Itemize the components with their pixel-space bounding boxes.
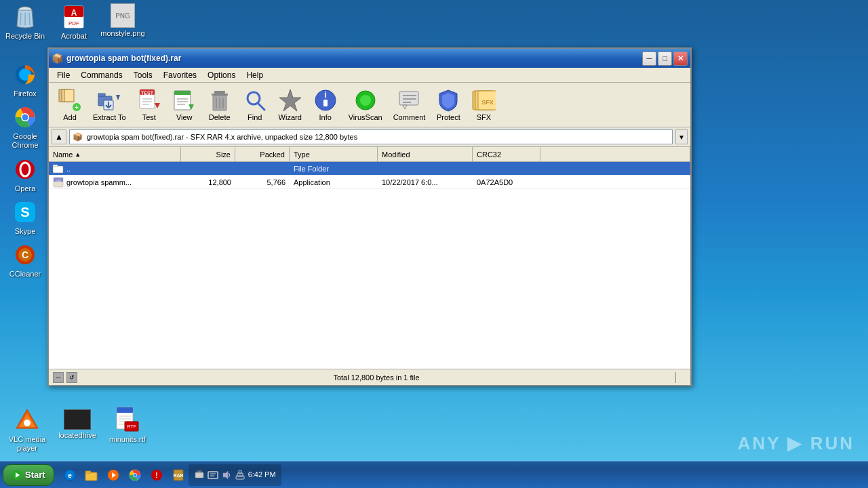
taskbar-media[interactable] <box>103 465 123 485</box>
col-header-crc[interactable]: CRC32 <box>473 147 540 161</box>
clock-time: 6:42 PM <box>248 470 276 479</box>
desktop-icon-firefox[interactable]: Firefox <box>3 61 47 98</box>
col-header-modified[interactable]: Modified <box>378 147 473 161</box>
tool-add[interactable]: + Add <box>53 85 87 124</box>
virusscan-label: VirusScan <box>349 113 382 121</box>
acrobat-label: Acrobat <box>61 32 87 41</box>
svg-rect-68 <box>399 92 418 105</box>
svg-rect-77 <box>53 166 63 173</box>
file-name: growtopia spamm... <box>66 178 132 186</box>
extract-label: Extract To <box>93 113 126 121</box>
desktop-icon-monstyle[interactable]: PNG monstyle.png <box>101 3 144 41</box>
file-list-header: Name ▲ Size Packed Type Modified CRC32 <box>49 147 690 162</box>
resize-grip[interactable] <box>675 372 682 383</box>
col-header-type[interactable]: Type <box>290 147 378 161</box>
taskbar-folder[interactable] <box>81 465 102 485</box>
taskbar-winrar[interactable]: RAR <box>168 465 189 485</box>
tool-sfx[interactable]: SFX SFX <box>467 85 500 124</box>
address-dropdown[interactable]: ▼ <box>675 129 688 144</box>
col-header-packed[interactable]: Packed <box>235 147 290 161</box>
tool-extract[interactable]: Extract To <box>88 85 131 124</box>
col-header-size[interactable]: Size <box>181 147 235 161</box>
svg-text:A: A <box>71 8 77 18</box>
desktop: Recycle Bin A PDF Acrobat PNG monstyle.p… <box>0 0 868 488</box>
tool-test[interactable]: TEST Test <box>132 85 166 124</box>
svg-rect-86 <box>117 407 133 413</box>
chrome-label: Google Chrome <box>3 132 47 150</box>
menu-options[interactable]: Options <box>202 69 241 81</box>
info-label: Info <box>319 113 332 121</box>
file-type: Application <box>290 178 378 186</box>
ccleaner-label: CCleaner <box>9 270 41 279</box>
col-header-name[interactable]: Name ▲ <box>49 147 181 161</box>
recycle-bin-label: Recycle Bin <box>5 32 45 41</box>
status-icon-2[interactable]: ↺ <box>66 372 77 383</box>
file-list-container[interactable]: Name ▲ Size Packed Type Modified CRC32 <box>49 147 690 369</box>
tool-wizard[interactable]: Wizard <box>273 85 307 124</box>
tool-find[interactable]: Find <box>238 85 272 124</box>
anyrun-text: ANY ▶ RUN <box>738 433 854 454</box>
svg-rect-46 <box>214 91 225 94</box>
svg-point-103 <box>133 473 136 476</box>
menu-commands[interactable]: Commands <box>75 69 127 81</box>
status-text: Total 12,800 bytes in 1 file <box>77 373 675 382</box>
taskbar-antivirus[interactable]: ! <box>146 465 167 485</box>
svg-marker-114 <box>223 471 228 479</box>
parent-folder-name: .. <box>66 165 71 173</box>
svg-point-13 <box>22 115 28 121</box>
desktop-icon-skype[interactable]: S Skype <box>3 199 47 236</box>
maximize-button[interactable]: □ <box>658 52 672 66</box>
tool-comment[interactable]: Comment <box>389 85 431 124</box>
svg-rect-111 <box>208 472 218 479</box>
status-bar: ─ ↺ Total 12,800 bytes in 1 file <box>49 369 690 385</box>
status-right <box>675 372 686 383</box>
status-icon-1[interactable]: ─ <box>53 372 64 383</box>
taskbar: Start e <box>0 461 868 488</box>
desktop-icon-chrome[interactable]: Google Chrome <box>3 104 47 150</box>
taskbar-ie[interactable]: e <box>60 465 80 485</box>
file-crc: 0A72A5D0 <box>473 178 540 186</box>
start-button[interactable]: Start <box>3 464 54 486</box>
virusscan-icon <box>353 88 378 113</box>
table-row[interactable]: .. File Folder <box>49 162 690 176</box>
desktop-icon-locatedhive[interactable]: locatedhive <box>56 407 99 453</box>
svg-text:C: C <box>22 249 28 260</box>
clock: 6:42 PM <box>248 470 276 479</box>
svg-text:+: + <box>75 104 79 111</box>
minunits-label: minunits.rtf <box>109 435 146 444</box>
close-button[interactable]: ✕ <box>673 52 688 66</box>
desktop-icon-recycle-bin[interactable]: Recycle Bin <box>3 3 47 41</box>
bottom-desktop-icons: VLC media player locatedhive RTF minunit… <box>0 404 155 455</box>
minimize-button[interactable]: ─ <box>642 52 656 66</box>
back-button[interactable]: ▲ <box>52 129 66 144</box>
svg-text:e: e <box>68 472 72 479</box>
locatedhive-label: locatedhive <box>58 431 96 440</box>
desktop-icon-opera[interactable]: Opera <box>3 156 47 193</box>
tool-delete[interactable]: Delete <box>203 85 237 124</box>
tool-virusscan[interactable]: VirusScan <box>344 85 387 124</box>
title-bar[interactable]: 📦 growtopia spam bot(fixed).rar ─ □ ✕ <box>49 49 690 68</box>
desktop-icon-minunits[interactable]: RTF minunits.rtf <box>106 407 149 453</box>
view-icon <box>172 88 197 113</box>
tool-protect[interactable]: Protect <box>431 85 465 124</box>
tool-view[interactable]: View <box>167 85 201 124</box>
svg-rect-57 <box>323 100 328 106</box>
menu-tools[interactable]: Tools <box>128 69 158 81</box>
winrar-window: 📦 growtopia spam bot(fixed).rar ─ □ ✕ Fi… <box>47 47 692 386</box>
desktop-icon-acrobat[interactable]: A PDF Acrobat <box>52 3 96 41</box>
table-row[interactable]: EXE growtopia spamm... 12,800 5,766 Appl… <box>49 176 690 189</box>
svg-point-84 <box>24 420 31 426</box>
wizard-label: Wizard <box>279 113 302 121</box>
svg-marker-39 <box>155 103 160 108</box>
desktop-icon-ccleaner[interactable]: C CCleaner <box>3 241 47 279</box>
protect-icon <box>436 88 460 113</box>
svg-line-3 <box>29 13 30 25</box>
menu-favorites[interactable]: Favorites <box>158 69 202 81</box>
file-packed: 5,766 <box>235 178 290 186</box>
address-bar: ▲ 📦 growtopia spam bot(fixed).rar - SFX … <box>49 127 690 147</box>
menu-help[interactable]: Help <box>241 69 269 81</box>
tool-info[interactable]: i Info <box>309 85 342 124</box>
menu-file[interactable]: File <box>52 69 75 81</box>
desktop-icon-vlc[interactable]: VLC media player <box>5 407 49 453</box>
taskbar-chrome[interactable] <box>125 465 145 485</box>
